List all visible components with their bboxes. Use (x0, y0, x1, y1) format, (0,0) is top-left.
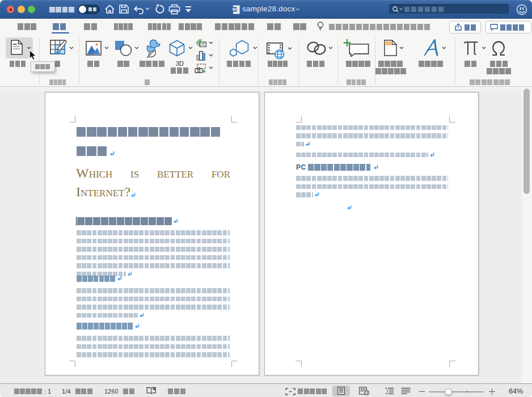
svg-text:W: W (232, 7, 237, 12)
